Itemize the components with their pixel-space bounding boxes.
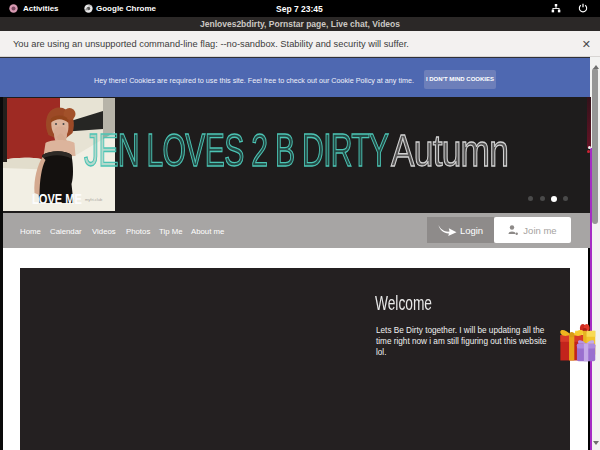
svg-text:LOVE ME: LOVE ME (32, 191, 82, 207)
svg-text:myfri.club: myfri.club (85, 197, 103, 202)
